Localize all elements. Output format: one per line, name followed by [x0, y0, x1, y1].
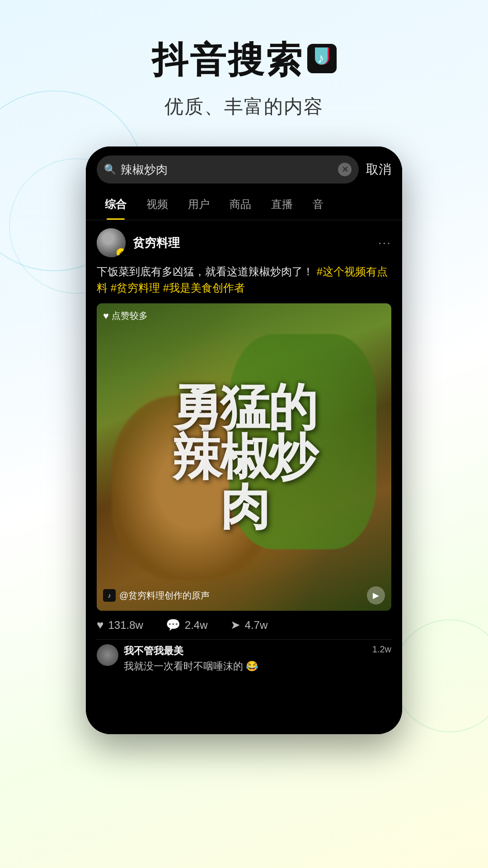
play-icon: ▶	[373, 590, 379, 600]
phone-screen: 🔍 辣椒炒肉 ✕ 取消 综合 视频 用户	[86, 146, 402, 734]
video-text-overlay: 勇猛的辣椒炒肉	[97, 303, 391, 611]
comment-content: 我不管我最美 我就没一次看时不咽唾沫的 😂	[124, 644, 367, 674]
comments-count[interactable]: 💬 2.4w	[166, 618, 208, 632]
likes-value: 131.8w	[108, 619, 143, 632]
tab-视频[interactable]: 视频	[136, 189, 178, 220]
engagement-row: ♥ 131.8w 💬 2.4w ➤ 4.7w	[97, 611, 391, 639]
likes-badge: ♥ 点赞较多	[103, 310, 148, 322]
logo-symbol: ♪	[318, 51, 326, 66]
comment-likes-count: 1.2w	[372, 644, 391, 655]
audio-bar: ♪ @贫穷料理创作的原声 ▶	[103, 586, 385, 604]
comment-preview: 我不管我最美 我就没一次看时不咽唾沫的 😂 1.2w	[97, 639, 391, 674]
clear-search-button[interactable]: ✕	[338, 163, 352, 176]
calligraphy-text: 勇猛的辣椒炒肉	[172, 382, 316, 532]
share-icon: ➤	[230, 618, 240, 632]
more-options-button[interactable]: ···	[378, 236, 391, 250]
phone-wrapper: 🔍 辣椒炒肉 ✕ 取消 综合 视频 用户	[0, 146, 488, 734]
phone-frame: 🔍 辣椒炒肉 ✕ 取消 综合 视频 用户	[86, 146, 402, 734]
content-area: ✓ 贫穷料理 ··· 下饭菜到底有多凶猛，就看这道辣椒炒肉了！ #这个视频有点料…	[86, 220, 402, 682]
search-icon: 🔍	[104, 164, 116, 175]
post-body-text: 下饭菜到底有多凶猛，就看这道辣椒炒肉了！	[97, 265, 314, 278]
post-text: 下饭菜到底有多凶猛，就看这道辣椒炒肉了！ #这个视频有点料 #贫穷料理 #我是美…	[97, 264, 391, 296]
search-query-text: 辣椒炒肉	[121, 162, 333, 178]
search-bar-area: 🔍 辣椒炒肉 ✕ 取消	[86, 146, 402, 184]
heart-icon: ♥	[103, 310, 109, 322]
clear-icon: ✕	[342, 165, 348, 175]
play-button[interactable]: ▶	[367, 586, 385, 604]
post-user-row: ✓ 贫穷料理 ···	[97, 228, 391, 257]
tab-音[interactable]: 音	[303, 189, 333, 220]
username-label[interactable]: 贫穷料理	[133, 235, 180, 251]
likes-badge-text: 点赞较多	[112, 310, 148, 322]
audio-info[interactable]: ♪ @贫穷料理创作的原声	[103, 589, 210, 602]
cancel-button[interactable]: 取消	[366, 161, 391, 178]
title-text: 抖音搜索	[152, 36, 304, 85]
tab-综合[interactable]: 综合	[95, 189, 136, 220]
comment-icon: 💬	[166, 618, 180, 632]
app-title: 抖音搜索 ♪	[0, 36, 488, 85]
search-input-box[interactable]: 🔍 辣椒炒肉 ✕	[97, 156, 359, 184]
tab-用户[interactable]: 用户	[178, 189, 220, 220]
likes-count[interactable]: ♥ 131.8w	[97, 618, 143, 632]
comment-text: 我就没一次看时不咽唾沫的 😂	[124, 660, 367, 674]
hashtag-2[interactable]: #我是美食创作者	[163, 282, 245, 294]
like-icon: ♥	[97, 618, 103, 632]
tab-直播[interactable]: 直播	[261, 189, 303, 220]
tab-商品[interactable]: 商品	[220, 189, 261, 220]
shares-count[interactable]: ➤ 4.7w	[230, 618, 268, 632]
user-avatar[interactable]: ✓	[97, 228, 126, 257]
tiktok-logo-icon: ♪	[307, 44, 337, 73]
search-tabs: 综合 视频 用户 商品 直播 音	[86, 189, 402, 220]
audio-text: @贫穷料理创作的原声	[119, 590, 210, 602]
shares-value: 4.7w	[245, 619, 268, 632]
header: 抖音搜索 ♪ 优质、丰富的内容	[0, 0, 488, 137]
comments-value: 2.4w	[185, 619, 208, 632]
hashtag-1[interactable]: #贫穷料理	[111, 282, 160, 294]
tiktok-small-logo-icon: ♪	[103, 589, 116, 602]
commenter-name[interactable]: 我不管我最美	[124, 644, 367, 658]
app-subtitle: 优质、丰富的内容	[0, 94, 488, 119]
verified-badge: ✓	[117, 248, 126, 257]
commenter-avatar	[97, 644, 118, 666]
video-thumbnail[interactable]: 勇猛的辣椒炒肉 ♥ 点赞较多 ♪ @贫穷料理创作的原声	[97, 303, 391, 611]
